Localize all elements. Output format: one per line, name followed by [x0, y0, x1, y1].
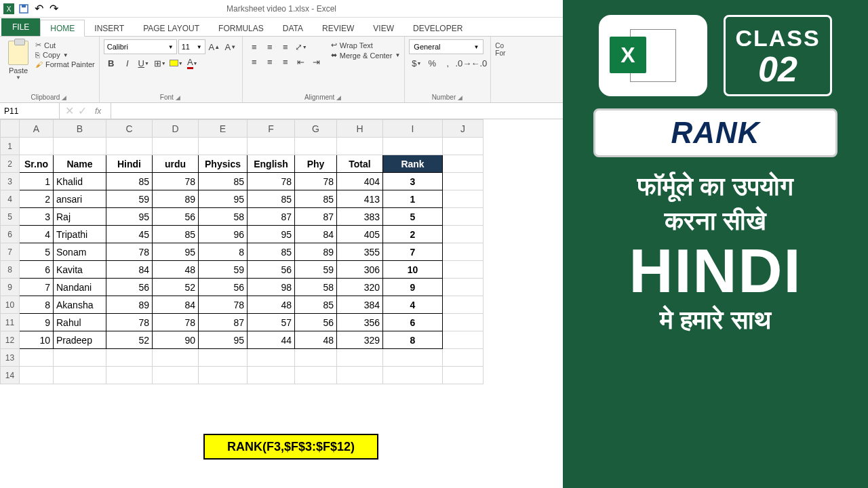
cell[interactable]: [443, 367, 484, 384]
orientation-button[interactable]: ⤢▼: [294, 39, 309, 54]
data-cell[interactable]: Rahul: [54, 314, 106, 331]
data-cell[interactable]: 9: [383, 279, 443, 296]
cell[interactable]: [443, 314, 484, 331]
font-size-select[interactable]: 11▼: [178, 39, 205, 54]
table-header-cell[interactable]: Physics: [199, 155, 248, 173]
data-cell[interactable]: 59: [106, 190, 153, 208]
data-cell[interactable]: 48: [153, 261, 199, 279]
bold-button[interactable]: B: [104, 56, 119, 70]
data-cell[interactable]: Raj: [54, 208, 106, 226]
column-header[interactable]: D: [153, 120, 199, 138]
column-header[interactable]: H: [337, 120, 383, 138]
data-cell[interactable]: 84: [106, 261, 153, 279]
indent-decrease-button[interactable]: ⇤: [294, 54, 309, 69]
data-cell[interactable]: 405: [337, 226, 383, 243]
data-cell[interactable]: Nandani: [54, 279, 106, 296]
data-cell[interactable]: 87: [295, 208, 337, 226]
name-box[interactable]: P11: [0, 103, 60, 119]
row-header[interactable]: 2: [1, 155, 20, 173]
row-header[interactable]: 1: [1, 138, 20, 155]
cell[interactable]: [248, 349, 295, 367]
decrease-decimal-button[interactable]: ←.0: [471, 56, 486, 70]
cell[interactable]: [443, 349, 484, 367]
data-cell[interactable]: 6: [20, 261, 54, 279]
cell[interactable]: [106, 367, 153, 384]
border-button[interactable]: ⊞▼: [153, 56, 167, 70]
data-cell[interactable]: 96: [199, 226, 248, 243]
cell[interactable]: [443, 155, 484, 173]
cell[interactable]: [443, 226, 484, 243]
row-header[interactable]: 12: [1, 331, 20, 349]
cell[interactable]: [443, 331, 484, 349]
table-header-cell[interactable]: urdu: [153, 155, 199, 173]
dialog-launcher-icon[interactable]: ◢: [62, 94, 66, 101]
align-bottom-button[interactable]: ≡: [278, 39, 293, 54]
data-cell[interactable]: 59: [295, 261, 337, 279]
data-cell[interactable]: 7: [383, 243, 443, 261]
data-cell[interactable]: 98: [248, 279, 295, 296]
data-cell[interactable]: Kavita: [54, 261, 106, 279]
cell[interactable]: [443, 243, 484, 261]
data-cell[interactable]: 44: [248, 331, 295, 349]
wrap-text-button[interactable]: ↩Wrap Text: [331, 41, 401, 49]
align-center-button[interactable]: ≡: [262, 54, 277, 69]
data-cell[interactable]: 85: [153, 226, 199, 243]
row-header[interactable]: 13: [1, 349, 20, 367]
data-cell[interactable]: 85: [295, 296, 337, 314]
data-cell[interactable]: 356: [337, 314, 383, 331]
tab-page-layout[interactable]: PAGE LAYOUT: [134, 20, 209, 36]
data-cell[interactable]: 8: [20, 296, 54, 314]
data-cell[interactable]: 306: [337, 261, 383, 279]
tab-developer[interactable]: DEVELOPER: [403, 20, 472, 36]
column-header[interactable]: G: [295, 120, 337, 138]
data-cell[interactable]: 56: [153, 208, 199, 226]
data-cell[interactable]: 404: [337, 173, 383, 190]
row-header[interactable]: 7: [1, 243, 20, 261]
cell[interactable]: [106, 349, 153, 367]
data-cell[interactable]: 78: [199, 296, 248, 314]
table-header-cell[interactable]: Hindi: [106, 155, 153, 173]
cell[interactable]: [443, 261, 484, 279]
font-name-select[interactable]: Calibri▼: [104, 39, 177, 54]
row-header[interactable]: 4: [1, 190, 20, 208]
align-middle-button[interactable]: ≡: [262, 39, 277, 54]
data-cell[interactable]: 5: [20, 243, 54, 261]
data-cell[interactable]: Sonam: [54, 243, 106, 261]
increase-decimal-button[interactable]: .0→: [456, 56, 471, 70]
comma-button[interactable]: ,: [440, 56, 455, 70]
data-cell[interactable]: 1: [383, 190, 443, 208]
cell[interactable]: [153, 349, 199, 367]
cell[interactable]: [295, 349, 337, 367]
data-cell[interactable]: 8: [383, 331, 443, 349]
data-cell[interactable]: 84: [295, 226, 337, 243]
column-header[interactable]: F: [248, 120, 295, 138]
data-cell[interactable]: 89: [153, 190, 199, 208]
data-cell[interactable]: 384: [337, 296, 383, 314]
tab-insert[interactable]: INSERT: [85, 20, 134, 36]
dialog-launcher-icon[interactable]: ◢: [176, 94, 180, 101]
data-cell[interactable]: 320: [337, 279, 383, 296]
data-cell[interactable]: 48: [248, 296, 295, 314]
dialog-launcher-icon[interactable]: ◢: [336, 94, 341, 101]
enter-icon[interactable]: ✓: [78, 104, 87, 117]
data-cell[interactable]: 2: [20, 190, 54, 208]
merge-center-button[interactable]: ⬌Merge & Center▼: [331, 51, 401, 60]
redo-icon[interactable]: ↷: [47, 3, 60, 15]
table-header-cell[interactable]: Sr.no: [20, 155, 54, 173]
cell[interactable]: [20, 349, 54, 367]
data-cell[interactable]: 58: [295, 279, 337, 296]
percent-button[interactable]: %: [425, 56, 439, 70]
data-cell[interactable]: 3: [20, 208, 54, 226]
data-cell[interactable]: 95: [199, 190, 248, 208]
data-cell[interactable]: 56: [106, 279, 153, 296]
currency-button[interactable]: $▼: [409, 56, 424, 70]
cell[interactable]: [383, 349, 443, 367]
data-cell[interactable]: 78: [106, 243, 153, 261]
cell[interactable]: [383, 138, 443, 155]
tab-file[interactable]: FILE: [1, 18, 40, 36]
data-cell[interactable]: 95: [153, 243, 199, 261]
data-cell[interactable]: 52: [153, 279, 199, 296]
data-cell[interactable]: 85: [248, 243, 295, 261]
cell[interactable]: [295, 367, 337, 384]
data-cell[interactable]: 59: [199, 261, 248, 279]
